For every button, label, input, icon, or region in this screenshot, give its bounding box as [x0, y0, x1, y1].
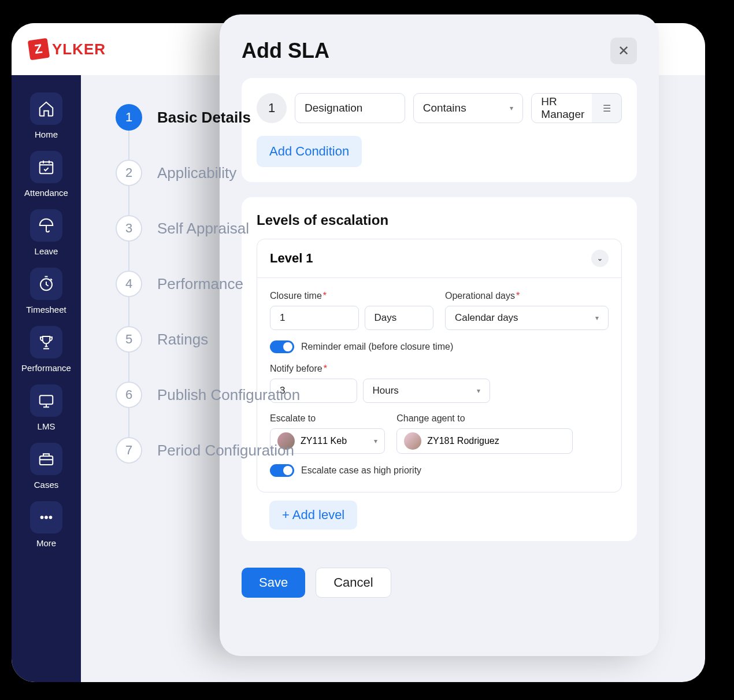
svg-rect-2: [40, 395, 53, 404]
sidebar-label: Leave: [35, 246, 58, 256]
sidebar-item-more[interactable]: More: [12, 501, 81, 548]
chevron-down-icon: ⌄: [597, 254, 603, 262]
chevron-down-icon: ▾: [595, 314, 599, 322]
select-value: Days: [375, 312, 397, 324]
step-5[interactable]: 5Ratings: [116, 326, 670, 353]
high-priority-toggle[interactable]: [270, 464, 294, 477]
step-number: 3: [116, 215, 142, 242]
sidebar-item-cases[interactable]: Cases: [12, 443, 81, 490]
calendar-check-icon: [30, 151, 62, 183]
sidebar: Home Attendance Leave Timesheet Performa…: [12, 75, 81, 682]
select-value: Calendar days: [455, 312, 518, 324]
sidebar-item-performance[interactable]: Performance: [12, 326, 81, 373]
svg-point-4: [41, 516, 43, 518]
svg-point-6: [50, 516, 52, 518]
more-icon: [30, 501, 62, 534]
add-level-button[interactable]: + Add level: [269, 501, 357, 529]
sidebar-label: Timesheet: [26, 305, 66, 314]
step-label: Publish Configuration: [157, 386, 300, 404]
collapse-button[interactable]: ⌄: [591, 250, 609, 267]
sidebar-label: LMS: [38, 421, 55, 431]
sidebar-label: Cases: [34, 480, 59, 490]
notify-label: Notify before*: [270, 364, 490, 374]
step-number: 5: [116, 326, 142, 353]
change-agent-label: Change agent to: [396, 413, 573, 424]
sidebar-label: Home: [35, 129, 58, 139]
step-4[interactable]: 4Performance: [116, 271, 670, 297]
brand-name: YLKER: [52, 40, 106, 58]
svg-rect-3: [40, 456, 53, 465]
step-number: 6: [116, 382, 142, 408]
step-label: Applicability: [157, 164, 236, 182]
step-number: 1: [116, 104, 142, 131]
umbrella-icon: [30, 209, 62, 242]
screen-icon: [30, 384, 62, 417]
sidebar-item-attendance[interactable]: Attendance: [12, 151, 81, 198]
svg-rect-0: [40, 162, 53, 173]
svg-point-5: [45, 516, 47, 518]
step-7[interactable]: 7Period Configuration: [116, 437, 670, 464]
level-title: Level 1: [270, 251, 313, 266]
sidebar-label: Attendance: [24, 188, 68, 198]
home-icon: [30, 92, 62, 125]
close-icon: ✕: [618, 43, 629, 59]
close-button[interactable]: ✕: [610, 38, 637, 64]
step-number: 2: [116, 160, 142, 186]
step-label: Ratings: [157, 331, 208, 349]
sidebar-item-timesheet[interactable]: Timesheet: [12, 268, 81, 314]
stopwatch-icon: [30, 268, 62, 300]
logo-mark: Z: [28, 38, 50, 60]
step-1[interactable]: 1Basic Details: [116, 104, 670, 131]
step-2[interactable]: 2Applicability: [116, 160, 670, 186]
escalation-card: Levels of escalation Level 1 ⌄ Closure t…: [242, 197, 637, 541]
step-number: 4: [116, 271, 142, 297]
brand-logo: Z YLKER: [29, 39, 106, 59]
step-6[interactable]: 6Publish Configuration: [116, 382, 670, 408]
input-value: 1: [280, 312, 285, 324]
high-priority-label: Escalate case as high priority: [301, 465, 421, 476]
step-label: Self Appraisal: [157, 220, 249, 238]
sidebar-item-lms[interactable]: LMS: [12, 384, 81, 431]
step-label: Period Configuration: [157, 442, 294, 460]
modal-title: Add SLA: [242, 39, 329, 63]
sidebar-item-leave[interactable]: Leave: [12, 209, 81, 256]
cancel-button[interactable]: Cancel: [316, 568, 391, 598]
escalate-to-label: Escalate to: [270, 413, 385, 424]
sidebar-item-home[interactable]: Home: [12, 92, 81, 139]
sidebar-label: More: [36, 538, 56, 548]
briefcase-icon: [30, 443, 62, 475]
step-label: Performance: [157, 275, 243, 293]
save-button[interactable]: Save: [242, 568, 305, 598]
modal-footer: Save Cancel: [220, 556, 659, 609]
step-3[interactable]: 3Self Appraisal: [116, 215, 670, 242]
step-label: Basic Details: [157, 109, 251, 127]
step-number: 7: [116, 437, 142, 464]
sidebar-label: Performance: [21, 363, 71, 373]
trophy-icon: [30, 326, 62, 358]
